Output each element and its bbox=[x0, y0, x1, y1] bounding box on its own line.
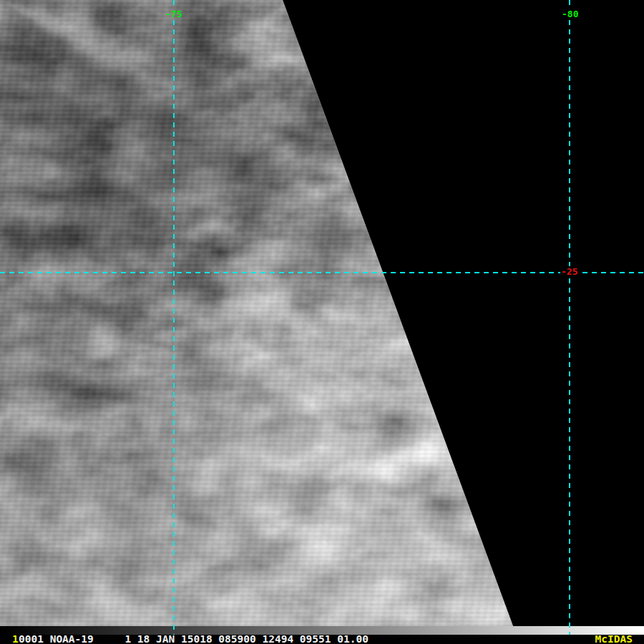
gridline-segment bbox=[173, 20, 175, 635]
status-bar: 1 0001 NOAA-19 1 18 JAN 15018 085900 124… bbox=[0, 635, 644, 644]
longitude-label--75: -75 bbox=[165, 9, 182, 19]
mcidas-brand: McIDAS bbox=[595, 635, 633, 644]
mcidas-image-window: -75 -80 -25 1 0001 NOAA-19 1 18 JAN 1501… bbox=[0, 0, 644, 644]
latitude-label--25: -25 bbox=[561, 267, 577, 276]
longitude-label--80: -80 bbox=[562, 9, 578, 19]
cloud-texture bbox=[0, 0, 644, 626]
gridline-segment bbox=[569, 0, 570, 9]
gridline-segment bbox=[569, 20, 570, 266]
frame-number: 1 bbox=[12, 635, 19, 644]
satellite-image-swath[interactable] bbox=[0, 0, 644, 626]
gridline-segment bbox=[569, 278, 570, 635]
gridline-segment bbox=[0, 272, 560, 273]
image-info-label: 0001 NOAA-19 1 18 JAN 15018 085900 12494… bbox=[19, 635, 369, 644]
gridline-segment bbox=[582, 272, 644, 273]
gridline-segment bbox=[173, 0, 175, 9]
